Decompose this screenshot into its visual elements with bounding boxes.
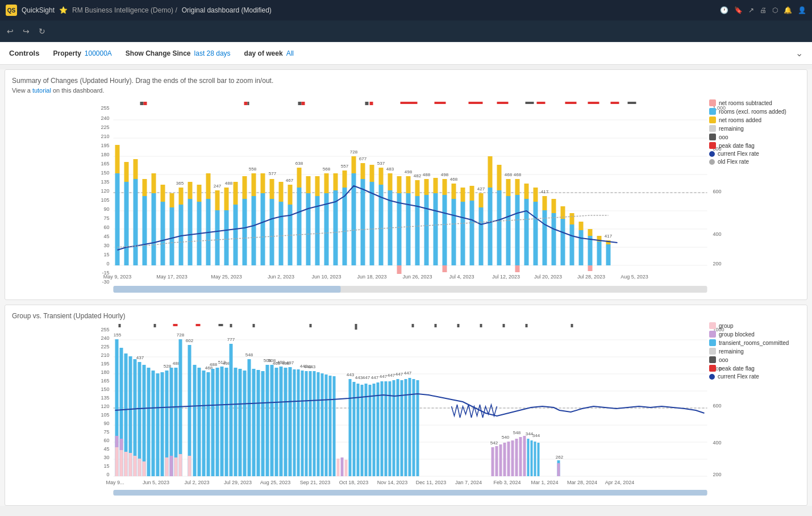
svg-text:447: 447 xyxy=(380,374,388,379)
svg-rect-153 xyxy=(570,224,574,265)
svg-text:240: 240 xyxy=(101,335,109,341)
chart2-flex-jagged xyxy=(452,405,497,418)
svg-rect-286 xyxy=(257,370,260,476)
svg-rect-375 xyxy=(253,324,255,327)
breadcrumb-separator: ⭐ xyxy=(59,6,68,14)
svg-rect-294 xyxy=(280,367,283,476)
svg-rect-400[interactable] xyxy=(114,490,707,496)
chart2-svg: 255 240 225 210 195 180 165 150 135 120 … xyxy=(12,322,800,498)
svg-rect-346 xyxy=(503,443,506,476)
svg-rect-302 xyxy=(301,371,304,476)
svg-rect-176 xyxy=(497,102,509,104)
svg-rect-107 xyxy=(406,176,411,193)
svg-rect-41 xyxy=(170,193,174,207)
svg-text:600: 600 xyxy=(713,189,722,194)
legend-net-rooms-added: net rooms added xyxy=(709,116,800,123)
svg-rect-145 xyxy=(534,188,538,202)
chart1-svg: 255 240 225 210 195 180 165 150 135 120 … xyxy=(12,99,800,293)
svg-rect-290 xyxy=(270,365,274,476)
export-icon[interactable]: ⬡ xyxy=(772,6,778,14)
svg-text:135: 135 xyxy=(101,179,109,185)
svg-text:344: 344 xyxy=(532,433,540,438)
svg-rect-151 xyxy=(561,219,565,265)
svg-rect-173 xyxy=(401,102,418,104)
svg-rect-274 xyxy=(220,367,224,476)
svg-text:150: 150 xyxy=(101,386,109,392)
svg-rect-181 xyxy=(611,102,619,104)
svg-text:195: 195 xyxy=(101,361,109,367)
svg-text:195: 195 xyxy=(101,143,109,148)
svg-rect-64 xyxy=(261,193,265,265)
svg-text:677: 677 xyxy=(359,156,367,161)
svg-text:483: 483 xyxy=(386,167,394,172)
svg-rect-262 xyxy=(179,454,182,476)
svg-rect-240 xyxy=(134,456,137,476)
chart2-title: Group vs. Transient (Updated Hourly) xyxy=(12,312,800,320)
svg-text:447: 447 xyxy=(388,373,395,378)
top-bar-right: 🕐 🔖 ↗ 🖨 ⬡ 🔔 👤 xyxy=(720,6,806,14)
svg-rect-127 xyxy=(470,186,474,201)
svg-rect-174 xyxy=(435,102,446,104)
redo-icon[interactable]: ↪ xyxy=(23,27,30,36)
show-change-control[interactable]: Show Change Since last 28 days xyxy=(126,49,231,57)
svg-rect-201[interactable] xyxy=(114,286,341,293)
svg-rect-296 xyxy=(284,368,288,476)
svg-rect-324 xyxy=(369,385,372,476)
refresh-icon[interactable]: ↻ xyxy=(39,27,45,36)
svg-rect-36 xyxy=(152,193,156,265)
svg-rect-371 xyxy=(173,324,178,326)
svg-rect-78 xyxy=(306,176,311,193)
bookmark-icon[interactable]: 🔖 xyxy=(734,6,743,14)
svg-rect-249 xyxy=(152,371,155,476)
legend2-ooo: ooo xyxy=(709,356,800,363)
svg-rect-135 xyxy=(506,196,511,265)
user-icon[interactable]: 👤 xyxy=(798,6,806,14)
svg-rect-74 xyxy=(297,188,302,265)
bar-yellow xyxy=(115,145,120,173)
svg-rect-98 xyxy=(379,168,384,185)
controls-expand-icon[interactable]: ⌄ xyxy=(796,48,803,59)
svg-rect-60 xyxy=(243,176,247,199)
svg-text:165: 165 xyxy=(101,378,109,384)
svg-rect-141 xyxy=(515,265,520,272)
day-of-week-control[interactable]: day of week All xyxy=(244,49,294,57)
svg-rect-115 xyxy=(434,193,438,265)
svg-text:447: 447 xyxy=(404,371,412,376)
day-of-week-label: day of week xyxy=(244,49,283,57)
svg-rect-271 xyxy=(211,369,215,476)
svg-text:15: 15 xyxy=(103,252,109,257)
undo-icon[interactable]: ↩ xyxy=(7,27,14,36)
svg-rect-155 xyxy=(579,230,584,265)
svg-rect-246 xyxy=(143,365,146,476)
svg-text:Jun 18, 2023: Jun 18, 2023 xyxy=(357,274,386,280)
svg-rect-93 xyxy=(361,163,365,179)
property-control[interactable]: Property 100000A xyxy=(53,49,111,57)
svg-rect-150 xyxy=(552,199,556,213)
alert-icon[interactable]: 🔔 xyxy=(784,6,792,14)
chart2-panel: Group vs. Transient (Updated Hourly) 255… xyxy=(5,305,807,506)
clock-icon[interactable]: 🕐 xyxy=(720,6,728,14)
property-value: 100000A xyxy=(85,49,112,57)
svg-rect-149 xyxy=(552,213,556,265)
tutorial-link[interactable]: tutorial xyxy=(32,87,51,94)
svg-rect-82 xyxy=(324,173,329,193)
print-icon[interactable]: 🖨 xyxy=(760,6,767,14)
svg-text:-30: -30 xyxy=(102,279,109,285)
svg-text:180: 180 xyxy=(101,152,109,157)
svg-text:540: 540 xyxy=(502,435,510,440)
svg-rect-129 xyxy=(479,193,484,207)
svg-text:Jul 28, 2023: Jul 28, 2023 xyxy=(577,274,605,280)
svg-text:638: 638 xyxy=(295,161,303,166)
svg-rect-314 xyxy=(337,459,340,476)
svg-rect-317 xyxy=(349,379,352,476)
svg-text:60: 60 xyxy=(103,224,109,230)
svg-text:135: 135 xyxy=(101,395,109,401)
share-icon[interactable]: ↗ xyxy=(748,6,754,14)
svg-rect-310 xyxy=(321,373,324,476)
svg-rect-86 xyxy=(343,188,347,265)
svg-rect-112 xyxy=(424,195,429,265)
svg-text:443: 443 xyxy=(355,375,363,380)
svg-text:200: 200 xyxy=(713,261,722,267)
bar-blue xyxy=(115,173,120,265)
legend2-group-blocked: group blocked xyxy=(709,331,800,338)
